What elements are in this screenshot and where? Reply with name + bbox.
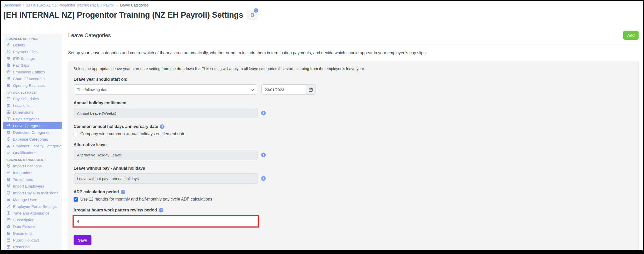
sidebar-item-label: Employing Entities [13, 70, 45, 74]
adp-checkbox-label: Use 12 months for monthly and half-month… [80, 197, 212, 202]
common-anniversary-checkbox-row[interactable]: Company wide common annual holidays enti… [74, 132, 633, 136]
irregular-hours-label: Irregular hours work pattern review peri… [74, 208, 633, 212]
sidebar-item-subscription[interactable]: Subscription [3, 216, 62, 223]
sidebar-item-label: Payment Files [13, 50, 38, 54]
sidebar-item-deduction-categories[interactable]: Deduction Categories [3, 129, 62, 136]
page-header: [EH INTERNAL NZ] Progenitor Training (NZ… [3, 10, 257, 20]
notes-button[interactable]: 1 [247, 10, 257, 20]
common-anniversary-checkbox[interactable] [74, 132, 78, 136]
sidebar-item-label: Import Locations [13, 164, 42, 168]
sidebar-item-ird-settings[interactable]: IRD Settings [3, 55, 62, 62]
sidebar-item-leave-categories[interactable]: Leave Categories [3, 122, 62, 129]
map-pin-icon [6, 164, 11, 168]
info-icon[interactable]: i [261, 153, 266, 157]
sidebar-section-business-settings: BUSINESS SETTINGS [3, 35, 62, 42]
common-anniversary-checkbox-label: Company wide common annual holidays enti… [80, 132, 185, 136]
adp-checkbox-row[interactable]: ✓ Use 12 months for monthly and half-mon… [74, 197, 633, 202]
sidebar-item-public-holidays[interactable]: Public Holidays [3, 237, 62, 243]
info-icon[interactable]: i [160, 124, 164, 129]
sidebar-item-details[interactable]: Details [3, 42, 62, 48]
sidebar-item-opening-balances[interactable]: Opening Balances [3, 82, 62, 89]
breadcrumb-separator: / [23, 3, 24, 7]
alternative-leave-label: Alternative leave [74, 142, 633, 147]
sidebar-item-data-extracts[interactable]: Data Extracts [3, 223, 62, 230]
alternative-leave-input [74, 150, 257, 160]
section-description: Set up your leave categories and control… [68, 51, 639, 55]
common-anniversary-label-text: Common annual holidays anniversary date [74, 124, 158, 129]
sidebar-item-documents[interactable]: Documents [3, 230, 62, 237]
sidebar-item-pay-slips[interactable]: Pay Slips [3, 62, 62, 68]
sidebar-item-employee-portal-settings[interactable]: Employee Portal Settings [3, 203, 62, 210]
sidebar-item-chart-of-accounts[interactable]: Chart Of Accounts [3, 75, 62, 82]
info-icon[interactable]: i [261, 111, 266, 115]
sidebar-item-timesheets[interactable]: Timesheets [3, 176, 62, 183]
adp-checkbox[interactable]: ✓ [74, 197, 78, 202]
leave-without-pay-input [74, 173, 257, 184]
info-icon[interactable]: i [159, 208, 163, 212]
highlight-annotation-box [73, 215, 259, 228]
bank-icon [6, 70, 11, 74]
sidebar-item-label: Import Pay Run Inclusions [13, 191, 58, 195]
section-heading: Leave Categories [68, 31, 111, 38]
date-picker-button[interactable] [306, 85, 315, 94]
sidebar-item-locations[interactable]: Locations [3, 102, 62, 109]
sidebar-item-import-locations[interactable]: Import Locations [3, 162, 62, 169]
folder-icon [6, 231, 11, 235]
floppy-icon [6, 50, 11, 54]
sidebar-item-label: Dimensions [13, 110, 33, 114]
sidebar-item-import-pay-run-inclusions[interactable]: Import Pay Run Inclusions [3, 189, 62, 196]
save-button[interactable]: Save [74, 235, 91, 245]
sidebar-item-label: Public Holidays [13, 238, 40, 242]
credit-card-icon [6, 218, 11, 222]
sidebar-item-pay-categories[interactable]: Pay Categories [3, 115, 62, 122]
file-icon [6, 63, 11, 67]
leave-settings-panel: Select the appropriate leave year start … [68, 61, 639, 250]
annual-holiday-input [74, 108, 257, 118]
leave-year-date-input[interactable] [262, 85, 306, 94]
breadcrumb-link-business[interactable]: [EH INTERNAL NZ] Progenitor Training (NZ… [26, 3, 115, 7]
sidebar-item-label: Employee Portal Settings [13, 204, 56, 209]
sidebar-item-employer-liability-categories[interactable]: Employer Liability Categories [3, 142, 62, 149]
adp-period-label: ADP calculation period i [74, 190, 633, 194]
chevron-down-icon [251, 88, 254, 91]
info-icon[interactable]: i [261, 176, 266, 181]
settings-sidebar: BUSINESS SETTINGS Details Payment Files … [3, 34, 62, 250]
irregular-hours-input[interactable] [74, 216, 258, 226]
sidebar-item-label: Deduction Categories [13, 130, 50, 135]
leave-year-date-group [261, 84, 316, 95]
sidebar-item-pay-schedules[interactable]: Pay Schedules [3, 95, 62, 102]
sidebar-item-label: Data Extracts [13, 224, 36, 229]
sidebar-item-integrations[interactable]: Integrations [3, 169, 62, 176]
sidebar-item-employing-entities[interactable]: Employing Entities [3, 68, 62, 75]
sidebar-item-qualifications[interactable]: Qualifications [3, 149, 62, 156]
clock-icon [6, 177, 11, 181]
calendar-check-icon [6, 245, 11, 249]
people-icon [6, 184, 11, 188]
sidebar-item-manage-users[interactable]: Manage Users [3, 196, 62, 203]
sidebar-item-expense-categories[interactable]: Expense Categories [3, 136, 62, 142]
sidebar-item-dimensions[interactable]: Dimensions [3, 109, 62, 115]
annual-holiday-label: Annual holiday entitlement [74, 101, 633, 105]
sidebar-item-label: Qualifications [13, 150, 36, 155]
refresh-icon [6, 191, 11, 195]
breadcrumb-link-dashboard[interactable]: Dashboard [3, 3, 21, 7]
globe-icon [6, 103, 11, 107]
app-window: Dashboard / [EH INTERNAL NZ] Progenitor … [1, 1, 643, 250]
info-icon[interactable]: i [121, 190, 125, 194]
page-title: [EH INTERNAL NZ] Progenitor Training (NZ… [3, 10, 243, 20]
common-anniversary-label: Common annual holidays anniversary date … [74, 124, 633, 129]
leave-year-select[interactable]: The following date [74, 84, 257, 95]
sidebar-item-label: Pay Categories [13, 117, 40, 121]
sidebar-item-label: Chart Of Accounts [13, 77, 45, 81]
calendar-icon [6, 238, 11, 242]
sidebar-item-payment-files[interactable]: Payment Files [3, 48, 62, 55]
sidebar-item-label: Subscription [13, 218, 34, 222]
sidebar-item-time-and-attendance[interactable]: Time and Attendance [3, 210, 62, 216]
leave-without-pay-label: Leave without pay - Annual holidays [74, 166, 633, 171]
sidebar-item-rostering[interactable]: Rostering [3, 243, 62, 250]
sidebar-item-label: Import Employees [13, 184, 44, 188]
card-box-icon [6, 83, 11, 87]
sidebar-item-import-employees[interactable]: Import Employees [3, 183, 62, 189]
add-button[interactable]: Add [623, 31, 639, 40]
leave-year-label: Leave year should start on: [74, 77, 633, 82]
